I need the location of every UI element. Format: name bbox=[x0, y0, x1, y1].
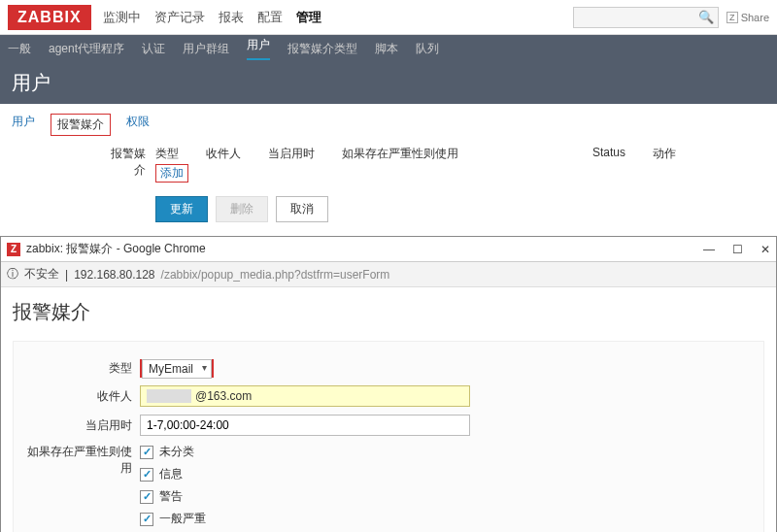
subnav-general[interactable]: 一般 bbox=[8, 41, 31, 57]
subnav-scripts[interactable]: 脚本 bbox=[375, 41, 398, 57]
media-table-header: 类型 收件人 当启用时 如果存在严重性则使用 Status 动作 bbox=[155, 146, 765, 162]
main-nav: 监测中 资产记录 报表 配置 管理 bbox=[103, 9, 321, 26]
user-tabs: 用户 报警媒介 权限 bbox=[0, 104, 777, 146]
severity-label: 如果存在严重性则使用 bbox=[23, 444, 140, 477]
subnav-queue[interactable]: 队列 bbox=[416, 41, 439, 57]
nav-config[interactable]: 配置 bbox=[257, 9, 283, 26]
url-host[interactable]: 192.168.80.128 bbox=[74, 268, 154, 282]
sub-nav: 一般 agent代理程序 认证 用户群组 用户 报警媒介类型 脚本 队列 bbox=[0, 35, 777, 62]
subnav-media-types[interactable]: 报警媒介类型 bbox=[287, 41, 357, 57]
nav-reports[interactable]: 报表 bbox=[219, 9, 244, 26]
zabbix-favicon-icon: Z bbox=[7, 243, 20, 256]
media-form: 类型 MyEmail 收件人 @163.com 当启用时 如果存在严重性则使用 bbox=[13, 341, 764, 532]
col-status: Status bbox=[592, 146, 625, 162]
type-select[interactable]: MyEmail bbox=[142, 359, 212, 379]
severity-text-0: 未分类 bbox=[159, 444, 194, 460]
share-label: Share bbox=[741, 12, 769, 23]
popup-heading: 报警媒介 bbox=[13, 299, 764, 325]
search-icon: 🔍 bbox=[698, 10, 714, 24]
severity-check-1[interactable] bbox=[140, 468, 153, 482]
recipient-label: 收件人 bbox=[23, 388, 140, 405]
address-bar: ⓘ 不安全 | 192.168.80.128/zabbix/popup_medi… bbox=[1, 262, 776, 287]
type-highlight: MyEmail bbox=[140, 359, 214, 378]
security-label: 不安全 bbox=[24, 266, 59, 283]
share-link[interactable]: Z Share bbox=[726, 12, 769, 23]
not-secure-icon: ⓘ bbox=[7, 266, 18, 283]
minimize-icon[interactable]: — bbox=[703, 243, 715, 256]
share-z-icon: Z bbox=[726, 12, 738, 23]
severity-check-3[interactable] bbox=[140, 513, 153, 526]
media-section: 报警媒介 类型 收件人 当启用时 如果存在严重性则使用 Status 动作 添加… bbox=[0, 146, 777, 232]
col-action: 动作 bbox=[653, 146, 676, 162]
severity-text-1: 信息 bbox=[159, 466, 183, 482]
subnav-agent-proxy[interactable]: agent代理程序 bbox=[49, 41, 124, 57]
subnav-usergroups[interactable]: 用户群组 bbox=[183, 41, 229, 57]
search-input[interactable]: 🔍 bbox=[573, 7, 719, 28]
severity-text-2: 警告 bbox=[159, 488, 183, 505]
severity-text-3: 一般严重 bbox=[159, 511, 206, 527]
recipient-masked bbox=[147, 389, 191, 403]
tab-permissions[interactable]: 权限 bbox=[126, 114, 150, 136]
popup-title-text: zabbix: 报警媒介 - Google Chrome bbox=[26, 241, 206, 257]
add-media-link[interactable]: 添加 bbox=[155, 164, 188, 183]
maximize-icon[interactable]: ☐ bbox=[732, 243, 743, 256]
when-input[interactable] bbox=[140, 415, 470, 436]
subnav-auth[interactable]: 认证 bbox=[142, 41, 165, 57]
top-bar: ZABBIX 监测中 资产记录 报表 配置 管理 🔍 Z Share bbox=[0, 0, 777, 35]
popup-titlebar[interactable]: Z zabbix: 报警媒介 - Google Chrome — ☐ ✕ bbox=[1, 237, 776, 262]
col-recipient: 收件人 bbox=[206, 146, 241, 162]
severity-check-2[interactable] bbox=[140, 490, 153, 504]
media-label: 报警媒介 bbox=[107, 146, 146, 222]
close-icon[interactable]: ✕ bbox=[760, 243, 770, 256]
cancel-button[interactable]: 取消 bbox=[276, 196, 328, 222]
nav-monitoring[interactable]: 监测中 bbox=[103, 9, 141, 26]
col-severity: 如果存在严重性则使用 bbox=[342, 146, 458, 162]
delete-button: 删除 bbox=[216, 196, 268, 222]
when-label: 当启用时 bbox=[23, 417, 140, 434]
tab-media[interactable]: 报警媒介 bbox=[51, 114, 111, 136]
subnav-users[interactable]: 用户 bbox=[247, 37, 270, 60]
type-label: 类型 bbox=[23, 360, 140, 377]
brand-logo[interactable]: ZABBIX bbox=[8, 5, 91, 30]
tab-user[interactable]: 用户 bbox=[12, 114, 35, 136]
nav-inventory[interactable]: 资产记录 bbox=[154, 9, 205, 26]
col-when: 当启用时 bbox=[268, 146, 315, 162]
recipient-suffix: @163.com bbox=[195, 389, 252, 403]
page-title: 用户 bbox=[0, 62, 777, 104]
popup-window: Z zabbix: 报警媒介 - Google Chrome — ☐ ✕ ⓘ 不… bbox=[0, 236, 777, 532]
url-path[interactable]: /zabbix/popup_media.php?dstfrm=userForm bbox=[161, 268, 390, 282]
severity-check-0[interactable] bbox=[140, 446, 153, 459]
recipient-input[interactable]: @163.com bbox=[140, 385, 470, 407]
nav-admin[interactable]: 管理 bbox=[296, 9, 321, 26]
update-button[interactable]: 更新 bbox=[155, 196, 208, 222]
col-type: 类型 bbox=[155, 146, 179, 162]
